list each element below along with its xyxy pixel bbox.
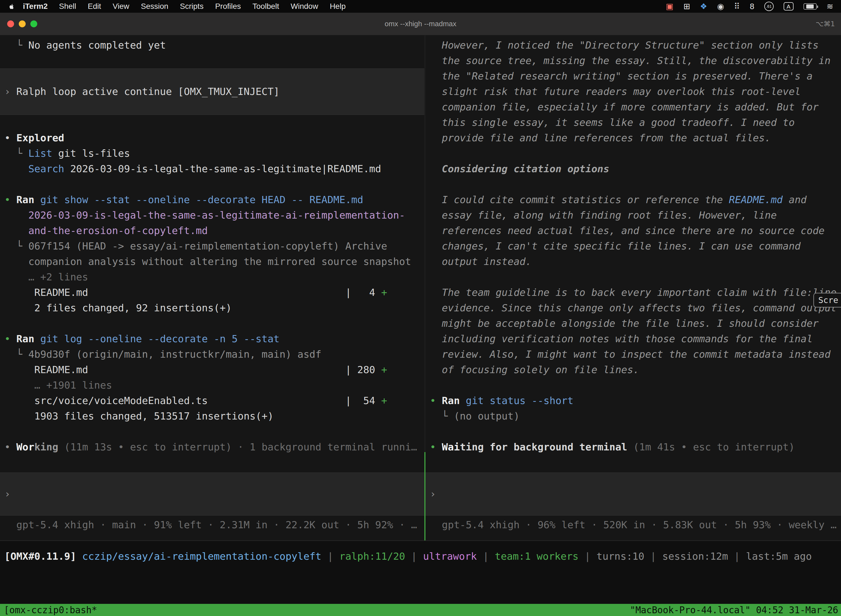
- terminal-line: evidence. Since this change only affects…: [425, 300, 841, 316]
- text-segment: git show --stat --oneline --decorate HEA…: [34, 194, 363, 205]
- text-segment: might be acceptable alongside the file l…: [430, 318, 819, 329]
- text-segment: git log --oneline --decorate -n 5 --stat: [34, 333, 280, 345]
- menu-toolbelt[interactable]: Toolbelt: [247, 2, 285, 11]
- omx-status-bar-text: [OMX#0.11.9] cczip/essay/ai-reimplementa…: [0, 551, 812, 562]
- text-segment: ralph:11/20: [339, 551, 405, 562]
- text-segment: Explored: [16, 132, 64, 144]
- minimize-button[interactable]: [19, 21, 26, 27]
- tmux-host-time-label: "MacBook-Pro-44.local" 04:52 31-Mar-26: [630, 605, 841, 616]
- traffic-lights: [7, 21, 37, 27]
- terminal-line: of focusing solely on file lines.: [425, 362, 841, 378]
- menu-help[interactable]: Help: [324, 2, 352, 11]
- terminal-line: 2 files changed, 92 insertions(+): [0, 300, 424, 316]
- text-segment: •: [4, 132, 16, 144]
- text-segment: No agents completed yet: [28, 40, 166, 51]
- blue-app-icon[interactable]: ❖: [700, 3, 707, 10]
- screen-recording-icon[interactable]: ▣: [666, 3, 673, 10]
- number-8-badge-icon[interactable]: 8: [750, 3, 755, 10]
- text-segment: last:5m ago: [746, 551, 812, 562]
- pane-right-prompt-text[interactable]: › Improve documentation in @filename: [425, 486, 441, 502]
- terminal-line: this single essay, it seems like a good …: [425, 115, 841, 130]
- text-segment: |: [644, 551, 662, 562]
- terminal-pane-left: └ No agents completed yet› Ralph loop ac…: [0, 35, 424, 540]
- tmux-status-bar: [omx-cczip0:bash* "MacBook-Pro-44.local"…: [0, 604, 841, 616]
- terminal-line: changes, I can't cite specific file line…: [425, 238, 841, 254]
- text-segment: (11m 13s • esc to interrupt) · 1 backgro…: [58, 441, 417, 453]
- menu-view[interactable]: View: [107, 2, 135, 11]
- text-segment: •: [430, 395, 442, 406]
- text-segment: king: [34, 441, 58, 453]
- terminal-line: the source tree, missing the essay. Stil…: [425, 53, 841, 69]
- terminal-line: Considering citation options: [425, 161, 841, 177]
- terminal-line: [0, 424, 424, 439]
- terminal-line: • Waiting for background terminal (1m 41…: [425, 439, 841, 455]
- menu-window[interactable]: Window: [285, 2, 324, 11]
- terminal-line: might be acceptable alongside the file l…: [425, 316, 841, 331]
- terminal-line: … +1901 lines: [0, 378, 424, 393]
- text-segment: output instead.: [430, 256, 532, 267]
- input-source-icon[interactable]: A: [784, 2, 794, 10]
- menu-profiles[interactable]: Profiles: [210, 2, 247, 11]
- bottom-filler: [0, 571, 841, 604]
- text-segment: gpt-5.4 xhigh · main · 91% left · 2.31M …: [4, 519, 417, 531]
- text-segment: this single essay, it seems like a good …: [430, 117, 795, 128]
- terminal-line: I could cite commit statistics or refere…: [425, 192, 841, 208]
- menubar: iTerm2 ShellEditViewSessionScriptsProfil…: [0, 0, 841, 13]
- text-segment: Ran: [442, 395, 460, 406]
- terminal-line: … +2 lines: [0, 269, 424, 285]
- close-button[interactable]: [7, 21, 14, 27]
- dark-circle-app-icon[interactable]: ◉: [717, 3, 724, 10]
- battery-icon[interactable]: [803, 3, 817, 10]
- wifi-icon[interactable]: ≋: [827, 3, 833, 10]
- terminal-line: • Ran git log --oneline --decorate -n 5 …: [0, 331, 424, 347]
- menu-scripts[interactable]: Scripts: [174, 2, 210, 11]
- text-segment: Search: [4, 163, 64, 175]
- menu-session[interactable]: Session: [135, 2, 174, 11]
- terminal-line: Search 2026-03-09-is-legal-the-same-as-l…: [0, 161, 424, 177]
- terminal-line: › Ralph loop active continue [OMX_TMUX_I…: [0, 84, 280, 99]
- agent-notice-box: › Ralph loop active continue [OMX_TMUX_I…: [0, 69, 424, 115]
- text-segment: ›: [4, 86, 16, 97]
- text-segment: ting for background terminal: [460, 441, 627, 453]
- screen-edge-overlay-button[interactable]: Scre: [813, 293, 841, 308]
- text-segment: session:12m: [662, 551, 728, 562]
- pane-left-prompt-text[interactable]: › Improve documentation in @filename: [0, 486, 15, 502]
- menu-shell[interactable]: Shell: [53, 2, 82, 11]
- text-segment: └ 4b9d30f (origin/main, instructkr/main,…: [4, 349, 321, 360]
- text-segment: review. Also, I might want to inspect th…: [430, 349, 831, 360]
- terminal-line: The team guideline is to back every impo…: [425, 285, 841, 300]
- apple-menu-icon[interactable]: [8, 3, 15, 10]
- menu-edit[interactable]: Edit: [82, 2, 107, 11]
- text-segment: src/voice/voiceModeEnabled.ts | 54: [4, 395, 381, 406]
- pane-right-prompt[interactable]: › Improve documentation in @filename: [425, 472, 841, 516]
- window-grid-icon[interactable]: ⊞: [683, 3, 690, 10]
- text-segment: [OMX#0.11.9]: [4, 551, 76, 562]
- text-segment: └: [4, 40, 28, 51]
- text-segment: cczip/essay/ai-reimplementation-copyleft: [82, 551, 321, 562]
- terminal-line: 1903 files changed, 513517 insertions(+): [0, 408, 424, 424]
- terminal-area: └ No agents completed yet› Ralph loop ac…: [0, 35, 841, 541]
- terminal-line: [0, 115, 424, 130]
- terminal-line: └ 067f154 (HEAD -> essay/ai-reimplementa…: [0, 238, 424, 254]
- omx-status-bar: [OMX#0.11.9] cczip/essay/ai-reimplementa…: [0, 541, 841, 571]
- terminal-line: └ No agents completed yet: [0, 38, 424, 53]
- zoom-button[interactable]: [30, 21, 37, 27]
- menubar-status-icons: ▣⊞❖◉⠿8.61A≋: [666, 1, 833, 11]
- text-segment: Ran: [16, 194, 34, 205]
- terminal-line: provide file and line references from th…: [425, 130, 841, 146]
- pane-left-prompt[interactable]: › Improve documentation in @filename: [0, 472, 424, 516]
- dots-grid-icon[interactable]: ⠿: [734, 3, 740, 10]
- text-segment: 2 files changed, 92 insertions(+): [4, 302, 232, 314]
- text-segment: references need actual files, and since …: [430, 225, 825, 236]
- text-segment: •: [4, 194, 16, 205]
- text-segment: ultrawork: [423, 551, 477, 562]
- battery-percentage-icon[interactable]: .61: [764, 1, 774, 11]
- text-segment: essay file, along with finding root file…: [430, 210, 777, 221]
- terminal-line: README.md | 4 +: [0, 285, 424, 300]
- pane-left-content: └ No agents completed yet› Ralph loop ac…: [0, 38, 424, 455]
- terminal-line: [425, 146, 841, 161]
- menubar-app-name[interactable]: iTerm2: [18, 2, 53, 11]
- terminal-line: 2026-03-09-is-legal-the-same-as-legitima…: [0, 208, 424, 223]
- text-segment: ›: [4, 488, 15, 500]
- text-segment: |: [477, 551, 495, 562]
